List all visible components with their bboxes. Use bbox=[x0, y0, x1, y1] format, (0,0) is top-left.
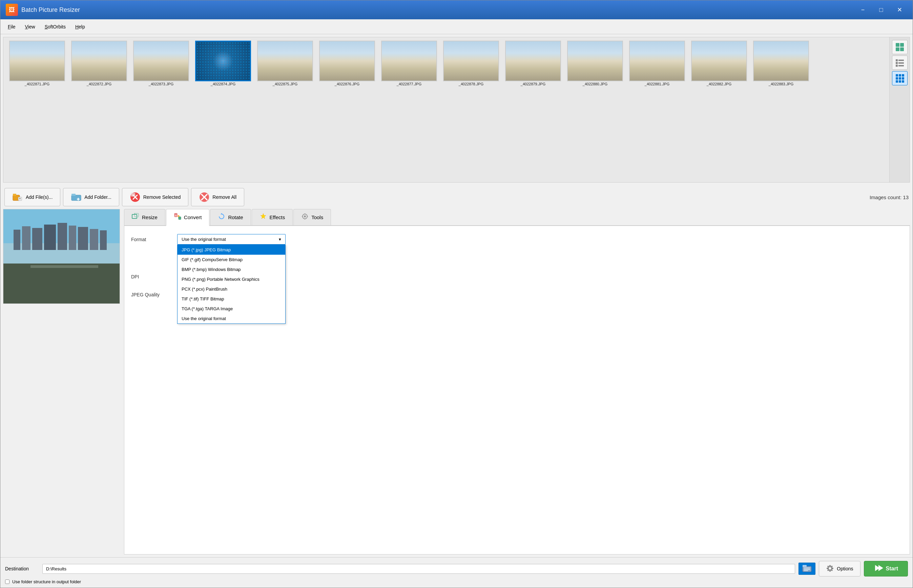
folder-structure-label[interactable]: Use folder structure in output folder bbox=[12, 579, 81, 584]
list-item[interactable]: _4022871.JPG bbox=[8, 40, 67, 86]
svg-point-67 bbox=[828, 567, 832, 570]
tab-tools[interactable]: Tools bbox=[293, 209, 331, 225]
gallery-sidebar bbox=[889, 37, 910, 182]
list-item[interactable]: _4022877.JPG bbox=[380, 40, 439, 86]
list-item[interactable]: _4022872.JPG bbox=[69, 40, 129, 86]
svg-rect-8 bbox=[896, 62, 898, 64]
options-button[interactable]: Options bbox=[819, 561, 860, 577]
svg-rect-44 bbox=[78, 227, 88, 250]
destination-row: Destination bbox=[5, 561, 908, 577]
list-item[interactable]: _4022874.JPG bbox=[194, 40, 253, 86]
title-bar: 🖼 Batch Picture Resizer − □ ✕ bbox=[0, 0, 913, 19]
svg-rect-40 bbox=[32, 228, 42, 250]
preview-panel bbox=[3, 209, 120, 554]
svg-rect-16 bbox=[899, 77, 901, 79]
tab-resize[interactable]: Resize bbox=[124, 209, 165, 225]
format-option-original[interactable]: Use the original format bbox=[178, 313, 285, 323]
list-item[interactable]: _4022876.JPG bbox=[317, 40, 377, 86]
svg-rect-13 bbox=[899, 74, 901, 76]
format-option-tif[interactable]: TIF (*.tif) TIFF Bitmap bbox=[178, 294, 285, 304]
remove-selected-button[interactable]: Remove Selected bbox=[122, 188, 189, 206]
minimize-button[interactable]: − bbox=[855, 3, 871, 16]
format-option-png[interactable]: PNG (*.png) Portable Network Graphics bbox=[178, 275, 285, 284]
image-label: _4022882.JPG bbox=[707, 82, 731, 86]
image-label: _4022871.JPG bbox=[25, 82, 50, 86]
image-label: _4022872.JPG bbox=[87, 82, 111, 86]
checkbox-row: Use folder structure in output folder bbox=[5, 579, 908, 584]
add-files-button[interactable]: + Add File(s)... bbox=[5, 188, 60, 206]
image-label: _4022878.JPG bbox=[459, 82, 483, 86]
svg-rect-7 bbox=[898, 60, 904, 61]
svg-rect-6 bbox=[896, 59, 898, 61]
list-item[interactable]: _4022880.JPG bbox=[566, 40, 625, 86]
add-files-label: Add File(s)... bbox=[26, 194, 53, 200]
svg-rect-20 bbox=[902, 80, 904, 82]
view-large-button[interactable] bbox=[892, 40, 908, 54]
image-label: _4022880.JPG bbox=[583, 82, 608, 86]
svg-rect-15 bbox=[896, 77, 898, 79]
tab-effects-label: Effects bbox=[270, 215, 285, 220]
svg-rect-26 bbox=[71, 194, 76, 196]
image-label: _4022877.JPG bbox=[397, 82, 422, 86]
remove-all-button[interactable]: Remove All bbox=[191, 188, 244, 206]
tab-rotate[interactable]: Rotate bbox=[210, 209, 251, 225]
format-option-bmp[interactable]: BMP (*.bmp) Windows Bitmap bbox=[178, 265, 285, 275]
tab-tools-label: Tools bbox=[311, 215, 323, 220]
svg-rect-42 bbox=[58, 223, 67, 250]
images-count: Images count: 13 bbox=[869, 194, 908, 200]
list-item[interactable]: _4022878.JPG bbox=[441, 40, 501, 86]
destination-input[interactable] bbox=[42, 564, 795, 574]
format-option-tga[interactable]: TGA (*.tga) TARGA Image bbox=[178, 304, 285, 313]
menu-file[interactable]: File bbox=[3, 22, 20, 31]
svg-rect-19 bbox=[899, 80, 901, 82]
list-item[interactable]: _4022881.JPG bbox=[627, 40, 687, 86]
svg-rect-48 bbox=[31, 265, 98, 268]
svg-rect-39 bbox=[22, 226, 31, 250]
remove-all-label: Remove All bbox=[212, 194, 236, 200]
format-option-jpg[interactable]: JPG (*.jpg) JPEG Bitmap bbox=[178, 245, 285, 255]
list-item[interactable]: _4022882.JPG bbox=[689, 40, 749, 86]
format-option-gif[interactable]: GIF (*.gif) CompuServe Bitmap bbox=[178, 255, 285, 265]
list-item[interactable]: _4022875.JPG bbox=[255, 40, 315, 86]
start-button[interactable]: Start bbox=[864, 561, 908, 577]
resize-tab-icon bbox=[132, 213, 139, 222]
svg-rect-43 bbox=[69, 226, 76, 250]
svg-rect-5 bbox=[900, 47, 904, 51]
destination-browse-button[interactable] bbox=[798, 562, 815, 575]
list-item[interactable]: _4022879.JPG bbox=[503, 40, 563, 86]
rotate-tab-icon bbox=[218, 213, 225, 222]
add-files-icon: + bbox=[12, 192, 23, 202]
list-item[interactable]: _4022883.JPG bbox=[751, 40, 811, 86]
svg-rect-12 bbox=[896, 74, 898, 76]
format-dropdown-list: JPG (*.jpg) JPEG Bitmap GIF (*.gif) Comp… bbox=[177, 244, 286, 324]
tab-effects[interactable]: Effects bbox=[252, 209, 293, 225]
menu-view[interactable]: View bbox=[20, 22, 40, 31]
svg-rect-53 bbox=[179, 217, 181, 220]
start-label: Start bbox=[886, 565, 898, 572]
list-item[interactable]: _4022873.JPG bbox=[131, 40, 191, 86]
start-icon bbox=[874, 564, 883, 573]
menu-help[interactable]: Help bbox=[71, 22, 90, 31]
svg-point-57 bbox=[304, 215, 306, 218]
format-dropdown-trigger[interactable]: Use the original format ▾ bbox=[177, 234, 286, 244]
format-option-pcx[interactable]: PCX (*.pcx) PaintBrush bbox=[178, 284, 285, 294]
maximize-button[interactable]: □ bbox=[873, 3, 889, 16]
app-icon: 🖼 bbox=[6, 4, 18, 16]
svg-rect-41 bbox=[44, 225, 56, 250]
tab-convert[interactable]: jpg Convert bbox=[166, 209, 210, 226]
svg-rect-46 bbox=[100, 230, 107, 250]
folder-structure-checkbox[interactable] bbox=[5, 580, 10, 584]
svg-rect-22 bbox=[13, 194, 16, 196]
svg-rect-10 bbox=[896, 65, 898, 67]
svg-rect-25 bbox=[71, 195, 81, 200]
svg-text:+: + bbox=[19, 197, 21, 200]
add-folder-button[interactable]: Add Folder... bbox=[63, 188, 119, 206]
view-list-button[interactable] bbox=[892, 55, 908, 70]
tools-tab-icon bbox=[301, 213, 309, 222]
close-button[interactable]: ✕ bbox=[892, 3, 907, 16]
image-label: _4022873.JPG bbox=[149, 82, 173, 86]
view-grid-button[interactable] bbox=[892, 71, 908, 86]
right-panel: Resize jpg Convert bbox=[124, 209, 910, 554]
menu-softorbits[interactable]: SoftOrbits bbox=[40, 22, 71, 31]
svg-marker-55 bbox=[260, 213, 266, 219]
